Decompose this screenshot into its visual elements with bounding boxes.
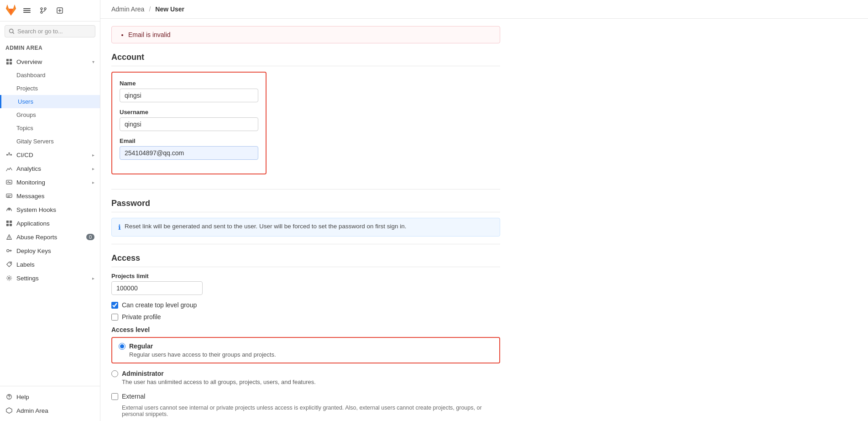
svg-point-22 <box>9 238 9 239</box>
breadcrumb-separator: / <box>149 5 151 13</box>
projects-label: Projects <box>16 85 38 92</box>
external-row: External <box>111 393 500 400</box>
compose-icon-btn[interactable] <box>53 4 67 17</box>
administrator-desc: The user has unlimited access to all gro… <box>111 379 500 385</box>
svg-point-23 <box>7 249 9 252</box>
sidebar-item-projects[interactable]: Projects <box>0 82 100 95</box>
sidebar-footer: Help Admin Area <box>0 386 100 421</box>
name-label: Name <box>120 80 258 87</box>
administrator-radio[interactable] <box>111 370 118 377</box>
dashboard-label: Dashboard <box>16 72 46 79</box>
cicd-label: CI/CD <box>16 152 89 158</box>
help-icon <box>5 393 13 400</box>
administrator-option-row: Administrator <box>111 370 500 377</box>
overview-chevron: ▾ <box>92 59 94 64</box>
applications-icon <box>5 220 13 227</box>
svg-rect-2 <box>23 12 31 13</box>
messages-label: Messages <box>16 193 94 200</box>
sidebar-item-settings[interactable]: Settings ▸ <box>0 271 100 285</box>
svg-point-12 <box>6 154 8 156</box>
regular-option-row: Regular <box>119 342 493 350</box>
sidebar: Search or go to... Admin Area Overview ▾… <box>0 0 100 421</box>
email-input[interactable] <box>120 146 258 160</box>
gitlab-logo[interactable] <box>5 4 17 17</box>
sidebar-item-analytics[interactable]: Analytics ▸ <box>0 162 100 175</box>
deploy-keys-label: Deploy Keys <box>16 247 94 254</box>
error-banner: Email is invalid <box>111 26 500 43</box>
regular-radio[interactable] <box>119 343 125 350</box>
abuse-reports-badge: 0 <box>86 234 94 240</box>
search-placeholder: Search or go to... <box>17 28 63 35</box>
settings-label: Settings <box>16 275 89 282</box>
account-section-title: Account <box>111 53 500 66</box>
external-desc: External users cannot see internal or pr… <box>111 405 500 417</box>
form-content: Email is invalid Account Name Username E… <box>100 19 511 421</box>
can-create-top-level-row: Can create top level group <box>111 301 500 309</box>
sidebar-item-gitaly[interactable]: Gitaly Servers <box>0 135 100 148</box>
username-label: Username <box>120 109 258 116</box>
analytics-chevron: ▸ <box>92 166 94 171</box>
help-item[interactable]: Help <box>0 390 100 404</box>
external-checkbox[interactable] <box>111 393 118 400</box>
svg-rect-19 <box>10 221 12 223</box>
cicd-icon <box>5 151 13 158</box>
abuse-reports-label: Abuse Reports <box>16 234 83 241</box>
messages-icon <box>5 192 13 200</box>
access-option-administrator[interactable]: Administrator The user has unlimited acc… <box>111 367 500 388</box>
admin-area-footer-label: Admin Area <box>16 407 94 414</box>
settings-chevron: ▸ <box>92 276 94 281</box>
breadcrumb-admin-area[interactable]: Admin Area <box>111 5 144 13</box>
projects-limit-input[interactable] <box>111 281 203 295</box>
sidebar-toggle-btn[interactable] <box>20 4 34 17</box>
svg-rect-0 <box>23 8 31 9</box>
sidebar-item-cicd[interactable]: CI/CD ▸ <box>0 148 100 162</box>
sidebar-item-system-hooks[interactable]: System Hooks <box>0 203 100 216</box>
email-label: Email <box>120 137 258 144</box>
monitoring-chevron: ▸ <box>92 180 94 185</box>
svg-rect-15 <box>6 180 12 184</box>
access-level-title: Access level <box>111 326 500 333</box>
svg-point-13 <box>10 154 12 156</box>
search-bar[interactable]: Search or go to... <box>5 25 95 37</box>
settings-icon <box>5 274 13 282</box>
password-info-text: Reset link will be generated and sent to… <box>125 223 407 230</box>
name-input[interactable] <box>120 89 258 102</box>
sidebar-item-groups[interactable]: Groups <box>0 108 100 121</box>
admin-area-label: Admin Area <box>0 41 100 53</box>
access-option-regular[interactable]: Regular Regular users have access to the… <box>111 337 500 363</box>
system-hooks-label: System Hooks <box>16 206 94 213</box>
account-box: Name Username Email <box>111 72 267 174</box>
projects-limit-label: Projects limit <box>111 273 500 279</box>
sidebar-item-abuse-reports[interactable]: Abuse Reports 0 <box>0 230 100 244</box>
username-field-group: Username <box>120 109 258 131</box>
applications-label: Applications <box>16 220 94 227</box>
analytics-label: Analytics <box>16 165 89 172</box>
sidebar-item-deploy-keys[interactable]: Deploy Keys <box>0 244 100 258</box>
svg-point-14 <box>8 153 10 154</box>
sidebar-item-overview[interactable]: Overview ▾ <box>0 55 100 68</box>
sidebar-item-dashboard[interactable]: Dashboard <box>0 68 100 82</box>
can-create-top-level-label: Can create top level group <box>122 301 197 309</box>
projects-limit-group: Projects limit <box>111 273 500 295</box>
sidebar-item-applications[interactable]: Applications <box>0 216 100 230</box>
sidebar-item-messages[interactable]: Messages <box>0 189 100 203</box>
regular-label: Regular <box>129 342 153 350</box>
svg-point-27 <box>9 398 9 399</box>
sidebar-item-topics[interactable]: Topics <box>0 121 100 135</box>
private-profile-checkbox[interactable] <box>111 314 118 321</box>
svg-rect-10 <box>6 62 9 64</box>
page-header: Admin Area / New User <box>100 0 868 19</box>
admin-area-footer-item[interactable]: Admin Area <box>0 404 100 417</box>
can-create-top-level-checkbox[interactable] <box>111 302 118 309</box>
private-profile-row: Private profile <box>111 313 500 321</box>
sidebar-item-labels[interactable]: Labels <box>0 258 100 271</box>
sidebar-item-users[interactable]: Users <box>0 95 100 108</box>
merge-request-icon-btn[interactable] <box>37 4 50 17</box>
info-icon: ℹ <box>118 223 121 232</box>
search-icon <box>9 28 15 34</box>
sidebar-item-monitoring[interactable]: Monitoring ▸ <box>0 175 100 189</box>
svg-rect-18 <box>6 221 9 223</box>
external-label: External <box>122 393 145 400</box>
username-input[interactable] <box>120 117 258 131</box>
labels-label: Labels <box>16 261 94 268</box>
